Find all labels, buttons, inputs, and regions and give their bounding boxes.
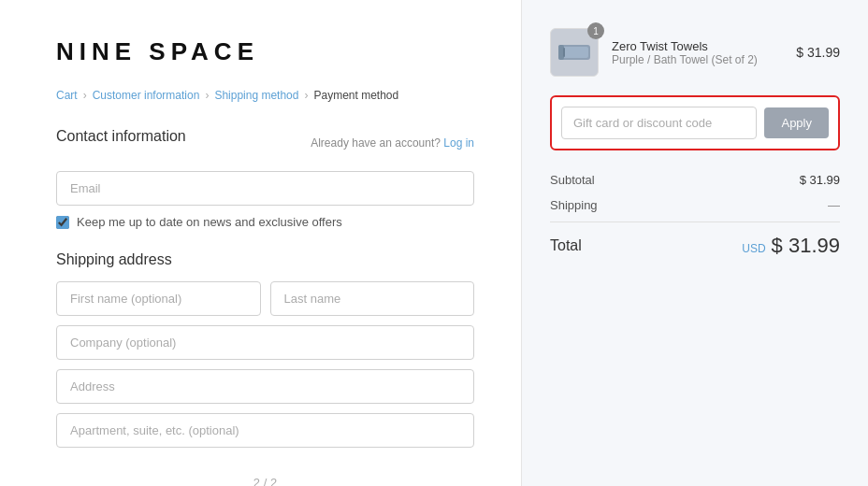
- shipping-title: Shipping address: [56, 251, 474, 268]
- address-field[interactable]: [56, 369, 474, 404]
- breadcrumb-sep-2: ›: [205, 89, 209, 102]
- subtotal-row: Subtotal $ 31.99: [550, 167, 840, 193]
- contact-title: Contact information: [56, 128, 186, 145]
- pagination: 2 / 2: [56, 457, 474, 486]
- product-row: 1 Zero Twist Towels Purple / Bath Towel …: [550, 28, 840, 77]
- apply-button[interactable]: Apply: [764, 107, 829, 138]
- first-name-field[interactable]: [56, 281, 261, 316]
- towel-icon: [557, 40, 591, 64]
- newsletter-row: Keep me up to date on news and exclusive…: [56, 215, 474, 229]
- svg-rect-3: [563, 48, 565, 57]
- brand-logo: NINE SPACE: [56, 37, 474, 66]
- newsletter-checkbox[interactable]: [56, 216, 69, 229]
- breadcrumb-shipping[interactable]: Shipping method: [214, 89, 298, 102]
- breadcrumb-cart[interactable]: Cart: [56, 89, 78, 102]
- last-name-field[interactable]: [270, 281, 475, 316]
- product-variant: Purple / Bath Towel (Set of 2): [612, 53, 783, 66]
- total-currency: USD: [742, 242, 765, 255]
- product-image-wrapper: 1: [550, 28, 599, 77]
- breadcrumb-sep-3: ›: [304, 89, 308, 102]
- discount-section: Apply: [550, 95, 840, 150]
- subtotal-label: Subtotal: [550, 173, 595, 187]
- shipping-row: Shipping —: [550, 193, 840, 218]
- apartment-field[interactable]: [56, 413, 474, 448]
- name-row: [56, 281, 474, 316]
- already-account-text: Already have an account? Log in: [311, 136, 474, 150]
- total-value-group: USD $ 31.99: [742, 234, 840, 258]
- email-field[interactable]: [56, 171, 474, 206]
- right-panel: 1 Zero Twist Towels Purple / Bath Towel …: [522, 0, 868, 486]
- product-name: Zero Twist Towels: [612, 39, 783, 53]
- breadcrumb: Cart › Customer information › Shipping m…: [56, 89, 474, 102]
- subtotal-value: $ 31.99: [800, 173, 840, 187]
- product-badge: 1: [587, 22, 604, 39]
- breadcrumb-sep-1: ›: [83, 89, 87, 102]
- contact-header: Contact information Already have an acco…: [56, 128, 474, 158]
- product-info: Zero Twist Towels Purple / Bath Towel (S…: [612, 39, 783, 66]
- total-row: Total USD $ 31.99: [550, 222, 840, 264]
- breadcrumb-customer[interactable]: Customer information: [93, 89, 200, 102]
- total-label: Total: [550, 237, 582, 254]
- shipping-label: Shipping: [550, 198, 598, 212]
- left-panel: NINE SPACE Cart › Customer information ›…: [0, 0, 522, 486]
- newsletter-label: Keep me up to date on news and exclusive…: [77, 215, 342, 229]
- shipping-value: —: [828, 198, 840, 212]
- total-amount: $ 31.99: [772, 234, 840, 258]
- product-price: $ 31.99: [796, 45, 840, 60]
- discount-input[interactable]: [561, 107, 757, 139]
- breadcrumb-payment: Payment method: [313, 89, 398, 102]
- login-link[interactable]: Log in: [443, 136, 474, 150]
- company-field[interactable]: [56, 325, 474, 360]
